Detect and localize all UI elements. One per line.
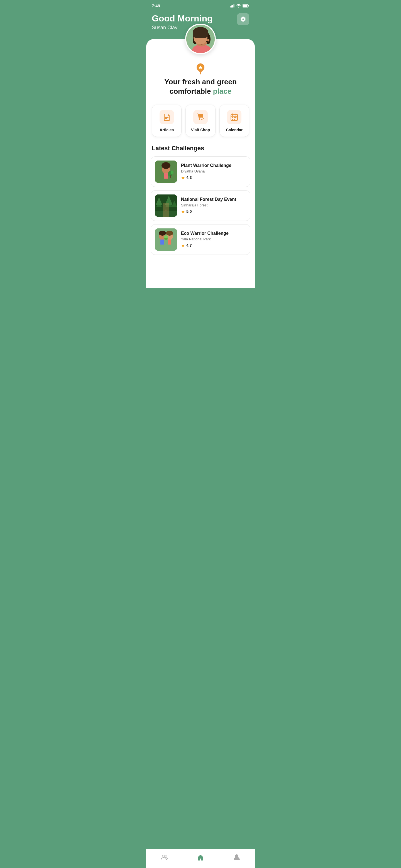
signal-icon <box>230 4 235 7</box>
svg-point-19 <box>194 39 196 41</box>
challenge-card-2[interactable]: National Forest Day Event Sinharaja Fore… <box>151 190 250 221</box>
rating-value-1: 4.3 <box>186 175 192 180</box>
svg-rect-34 <box>232 119 233 120</box>
challenge-thumb-3 <box>155 228 177 251</box>
settings-button[interactable] <box>237 13 249 25</box>
challenge-thumb-1 <box>155 160 177 183</box>
svg-point-16 <box>199 39 200 39</box>
svg-rect-39 <box>164 173 168 179</box>
svg-rect-1 <box>231 5 232 7</box>
avatar-image <box>186 25 215 53</box>
challenge-rating-3: ★ 4.7 <box>181 243 246 248</box>
svg-rect-49 <box>155 211 177 217</box>
svg-point-15 <box>203 38 205 41</box>
challenge-location-3: Yala National Park <box>181 237 246 241</box>
svg-rect-0 <box>230 6 231 7</box>
challenge-name-2: National Forest Day Event <box>181 197 246 202</box>
challenge-image-3 <box>155 228 177 251</box>
svg-point-12 <box>193 34 197 44</box>
badge-icon-container <box>196 64 205 74</box>
svg-point-18 <box>201 41 202 42</box>
challenge-rating-1: ★ 4.3 <box>181 175 246 180</box>
status-icons <box>230 4 249 7</box>
challenge-location-1: Diyatha Uyana <box>181 169 246 173</box>
rating-value-3: 4.7 <box>186 243 192 248</box>
calendar-action-card[interactable]: Calendar <box>220 104 249 137</box>
articles-icon <box>163 113 171 121</box>
svg-point-11 <box>194 30 209 40</box>
greeting-title: Good Morning <box>152 13 213 24</box>
hero-title: Your fresh and green comfortable place <box>153 78 248 96</box>
svg-point-59 <box>166 235 168 238</box>
svg-point-17 <box>204 39 205 39</box>
svg-point-55 <box>166 230 173 236</box>
main-card: Your fresh and green comfortable place A… <box>146 39 255 288</box>
challenge-thumb-2 <box>155 194 177 217</box>
svg-point-38 <box>162 162 170 169</box>
svg-rect-33 <box>235 117 236 118</box>
badge-award-icon <box>196 63 205 74</box>
svg-rect-6 <box>243 5 248 7</box>
calendar-label: Calendar <box>226 128 242 132</box>
articles-action-card[interactable]: Articles <box>152 104 181 137</box>
avatar[interactable] <box>185 24 216 54</box>
shop-label: Visit Shop <box>191 128 210 132</box>
challenge-card-3[interactable]: Eco Warrior Challenge Yala National Park… <box>151 224 250 255</box>
star-icon-1: ★ <box>181 175 185 180</box>
svg-point-52 <box>159 230 166 236</box>
challenge-name-1: Plant Warrior Challenge <box>181 163 246 168</box>
svg-rect-31 <box>232 117 233 118</box>
star-icon-3: ★ <box>181 243 185 248</box>
section-title-challenges: Latest Challenges <box>146 143 255 156</box>
status-bar: 7:49 <box>146 0 255 10</box>
challenge-image-1 <box>155 160 177 183</box>
challenge-name-3: Eco Warrior Challenge <box>181 231 246 236</box>
shop-icon-wrapper <box>193 110 208 124</box>
svg-point-26 <box>201 119 202 120</box>
svg-point-41 <box>171 170 173 175</box>
status-time: 7:49 <box>152 3 160 8</box>
svg-rect-35 <box>234 119 235 120</box>
calendar-icon-wrapper <box>227 110 241 124</box>
shop-action-card[interactable]: Visit Shop <box>185 104 215 137</box>
gear-icon <box>240 16 246 22</box>
wifi-icon <box>236 4 241 7</box>
challenge-card-1[interactable]: Plant Warrior Challenge Diyatha Uyana ★ … <box>151 156 250 187</box>
svg-point-20 <box>207 39 209 41</box>
svg-marker-24 <box>199 70 202 74</box>
challenge-image-2 <box>155 194 177 217</box>
challenge-info-1: Plant Warrior Challenge Diyatha Uyana ★ … <box>181 163 246 180</box>
calendar-icon <box>230 113 238 121</box>
svg-rect-56 <box>168 240 171 245</box>
avatar-container <box>146 24 255 54</box>
svg-rect-53 <box>161 240 164 245</box>
svg-point-14 <box>198 38 200 41</box>
articles-label: Articles <box>160 128 174 132</box>
battery-icon <box>242 4 249 7</box>
svg-rect-3 <box>234 4 234 7</box>
challenge-info-2: National Forest Day Event Sinharaja Fore… <box>181 197 246 214</box>
svg-rect-2 <box>232 5 233 7</box>
challenge-rating-2: ★ 5.0 <box>181 209 246 214</box>
svg-rect-5 <box>249 5 249 6</box>
star-icon-2: ★ <box>181 209 185 214</box>
challenge-location-2: Sinharaja Forest <box>181 203 246 207</box>
rating-value-2: 5.0 <box>186 209 192 214</box>
svg-point-25 <box>199 119 200 120</box>
quick-actions: Articles Visit Shop <box>146 102 255 143</box>
forest-image-art <box>155 194 177 217</box>
shop-icon <box>197 113 204 121</box>
challenges-list: Plant Warrior Challenge Diyatha Uyana ★ … <box>146 156 255 255</box>
challenge-info-3: Eco Warrior Challenge Yala National Park… <box>181 231 246 248</box>
hero-section: Your fresh and green comfortable place <box>146 61 255 102</box>
svg-rect-32 <box>234 117 235 118</box>
articles-icon-wrapper <box>160 110 174 124</box>
svg-rect-42 <box>170 175 171 178</box>
